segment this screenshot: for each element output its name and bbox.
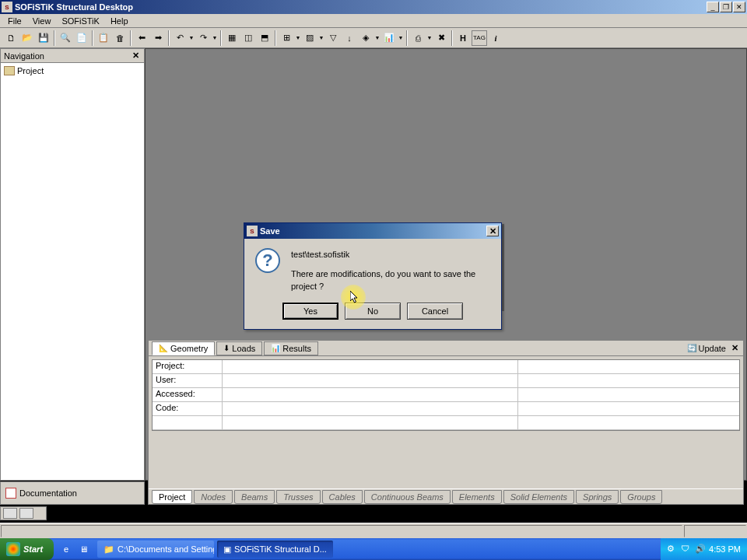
clock[interactable]: 4:53 PM — [709, 544, 741, 554]
undo-icon[interactable]: ↶ — [172, 30, 188, 46]
open-icon[interactable]: 📂 — [19, 30, 35, 46]
folder-icon — [4, 66, 15, 75]
tab-trusses[interactable]: Trusses — [276, 490, 320, 504]
tab-springs[interactable]: Springs — [576, 490, 619, 504]
delete-icon[interactable]: 🗑 — [112, 30, 128, 46]
row-code: Code: — [153, 402, 739, 416]
start-button[interactable]: Start — [0, 538, 54, 560]
close-button[interactable]: ✕ — [733, 2, 745, 12]
nav-header: Navigation ✕ — [1, 49, 144, 63]
task-explorer[interactable]: 📁 C:\Documents and Setting... — [97, 541, 214, 558]
tab-project[interactable]: Project — [152, 490, 192, 504]
cancel-button[interactable]: Cancel — [407, 303, 463, 320]
load-icon[interactable]: ↓ — [342, 30, 357, 46]
geometry-icon: 📐 — [159, 344, 168, 352]
view-icon-1[interactable] — [3, 508, 17, 519]
h-button[interactable]: H — [455, 30, 471, 46]
find-icon[interactable]: 🔍 — [58, 30, 73, 46]
outdent-icon[interactable]: ⬅ — [134, 30, 149, 46]
export-icon[interactable]: ⎙ — [410, 30, 426, 46]
desktop-icon[interactable]: 🖥 — [75, 541, 91, 557]
report-icon[interactable]: 📄 — [74, 30, 89, 46]
tab-elements[interactable]: Elements — [452, 490, 502, 504]
mesh-dropdown[interactable]: ▼ — [295, 35, 301, 40]
redo-icon[interactable]: ↷ — [195, 30, 211, 46]
statusbar — [0, 523, 747, 538]
dialog-text: test\test.sofistik There are modificatio… — [291, 248, 490, 293]
info-icon[interactable]: i — [488, 30, 503, 46]
dialog-title: Save — [260, 226, 280, 236]
update-button[interactable]: 🔄Update — [684, 344, 729, 353]
tab-loads[interactable]: ⬇Loads — [216, 341, 262, 355]
panel-close-button[interactable]: ✕ — [729, 343, 740, 353]
status-message — [1, 525, 682, 537]
tree-label: Project — [17, 66, 44, 75]
menu-view[interactable]: View — [28, 16, 56, 26]
tab-solid-elements[interactable]: Solid Elements — [503, 490, 574, 504]
menubar: File View SOFiSTiK Help — [0, 14, 747, 28]
row-empty — [153, 416, 739, 430]
restore-button[interactable]: ❐ — [720, 2, 732, 12]
windows-logo-icon — [6, 542, 20, 556]
tray-icon-1[interactable]: ⚙ — [667, 544, 678, 555]
minimize-button[interactable]: _ — [707, 2, 719, 12]
menu-sofistik[interactable]: SOFiSTiK — [57, 16, 104, 26]
nav-close-button[interactable]: ✕ — [130, 51, 141, 61]
toolbar: 🗋 📂 💾 🔍 📄 📋 🗑 ⬅ ➡ ↶▼ ↷▼ ▦ ◫ ⬒ ⊞▼ ▨▼ ▽ ↓ … — [0, 28, 747, 48]
export-dropdown[interactable]: ▼ — [426, 35, 433, 40]
dialog-message: There are modifications, do you want to … — [291, 268, 490, 293]
element-icon[interactable]: ▨ — [302, 30, 317, 46]
split-v-icon[interactable]: ⬒ — [257, 30, 272, 46]
tray-icon-3[interactable]: 🔊 — [695, 544, 706, 555]
tray-icon-2[interactable]: 🛡 — [681, 544, 692, 555]
row-user: User: — [153, 374, 739, 388]
bottom-panel: 📐Geometry ⬇Loads 📊Results 🔄Update ✕ Proj… — [148, 340, 744, 505]
tab-geometry[interactable]: 📐Geometry — [152, 341, 215, 355]
tab-results[interactable]: 📊Results — [264, 341, 318, 355]
tab-continuous-beams[interactable]: Continuous Beams — [364, 490, 451, 504]
dialog-filename: test\test.sofistik — [291, 248, 490, 261]
tab-beams[interactable]: Beams — [234, 490, 275, 504]
window-titlebar: S SOFiSTiK Structural Desktop _ ❐ ✕ — [0, 0, 747, 14]
menu-help[interactable]: Help — [106, 16, 133, 26]
navigation-panel: Navigation ✕ Project — [0, 48, 145, 481]
support-icon[interactable]: ▽ — [325, 30, 341, 46]
element-dropdown[interactable]: ▼ — [318, 35, 324, 40]
dialog-close-button[interactable]: ✕ — [486, 226, 499, 236]
loads-icon: ⬇ — [223, 344, 230, 352]
tree-item-project[interactable]: Project — [3, 65, 142, 76]
documentation-panel[interactable]: Documentation — [0, 481, 145, 505]
redo-dropdown[interactable]: ▼ — [212, 35, 218, 40]
graph-dropdown[interactable]: ▼ — [398, 35, 404, 40]
app-icon: S — [2, 2, 12, 12]
undo-dropdown[interactable]: ▼ — [188, 35, 195, 40]
info-table: Project: User: Accessed: Code: — [152, 359, 740, 431]
tab-cables[interactable]: Cables — [322, 490, 363, 504]
yes-button[interactable]: Yes — [282, 303, 338, 320]
no-button[interactable]: No — [345, 303, 401, 320]
copy-icon[interactable]: 📋 — [96, 30, 111, 46]
new-icon[interactable]: 🗋 — [3, 30, 19, 46]
ie-icon[interactable]: e — [58, 541, 74, 557]
window-icon[interactable]: ▦ — [224, 30, 240, 46]
bottom-panel-tabs: 📐Geometry ⬇Loads 📊Results 🔄Update ✕ — [149, 341, 743, 356]
result-icon[interactable]: ◈ — [358, 30, 374, 46]
row-accessed: Accessed: — [153, 388, 739, 402]
stop-icon[interactable]: ✖ — [433, 30, 449, 46]
task-sofistik[interactable]: ▣ SOFiSTiK Structural D... — [217, 541, 333, 558]
menu-file[interactable]: File — [3, 16, 26, 26]
mesh-icon[interactable]: ⊞ — [279, 30, 294, 46]
results-icon: 📊 — [271, 344, 280, 352]
graph-icon[interactable]: 📊 — [381, 30, 397, 46]
tab-groups[interactable]: Groups — [620, 490, 662, 504]
tag-icon[interactable]: TAG — [472, 30, 487, 46]
view-icon-2[interactable] — [19, 508, 33, 519]
split-h-icon[interactable]: ◫ — [240, 30, 256, 46]
save-icon[interactable]: 💾 — [36, 30, 51, 46]
indent-icon[interactable]: ➡ — [150, 30, 166, 46]
status-field — [684, 525, 746, 537]
dialog-app-icon: S — [247, 226, 258, 236]
result-dropdown[interactable]: ▼ — [374, 35, 381, 40]
tab-nodes[interactable]: Nodes — [194, 490, 233, 504]
dialog-titlebar: S Save ✕ — [244, 223, 501, 239]
